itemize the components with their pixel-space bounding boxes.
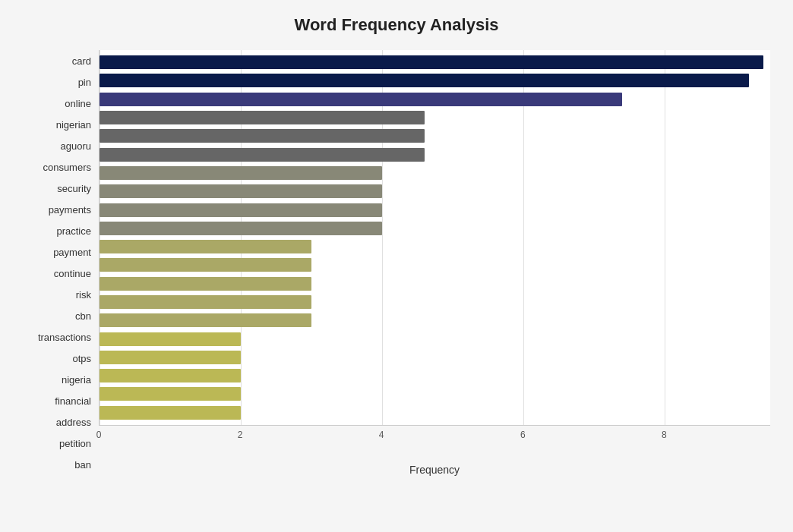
- chart-container: Word Frequency Analysis cardpinonlinenig…: [0, 0, 793, 532]
- x-axis: 02468: [99, 426, 770, 449]
- bar: [100, 166, 382, 180]
- bar-row: [100, 331, 770, 348]
- y-label: nigerian: [56, 115, 91, 134]
- y-label: petition: [59, 434, 91, 454]
- bar: [100, 148, 425, 162]
- bars-wrapper: [100, 50, 770, 425]
- bar: [100, 55, 763, 69]
- y-label: financial: [55, 392, 91, 411]
- y-label: ban: [74, 455, 91, 475]
- bar: [100, 74, 749, 87]
- bars-area: [99, 50, 770, 426]
- y-label: address: [56, 413, 91, 433]
- y-label: card: [72, 51, 91, 71]
- bar-row: [100, 294, 770, 310]
- bar: [100, 313, 311, 327]
- bar-row: [100, 405, 770, 421]
- bar: [100, 222, 382, 235]
- bar: [100, 406, 241, 420]
- bar-row: [100, 275, 770, 292]
- bar-row: [100, 183, 770, 200]
- x-tick: 8: [662, 430, 667, 440]
- bar: [100, 369, 241, 382]
- x-tick: 4: [379, 430, 384, 440]
- bar-row: [100, 367, 770, 384]
- bar-row: [100, 91, 770, 108]
- x-tick: 0: [96, 430, 102, 440]
- bar: [100, 387, 241, 401]
- y-label: transactions: [38, 328, 91, 348]
- bar-row: [100, 312, 770, 329]
- y-label: online: [65, 93, 91, 113]
- bar: [100, 203, 382, 217]
- bar-row: [100, 165, 770, 181]
- bar-row: [100, 202, 770, 219]
- bar-row: [100, 72, 770, 89]
- y-label: otps: [72, 349, 91, 369]
- y-label: payments: [49, 200, 91, 219]
- y-label: payment: [53, 242, 91, 262]
- bar: [100, 240, 311, 253]
- bar: [100, 184, 382, 198]
- bar: [100, 111, 425, 124]
- bar: [100, 258, 311, 272]
- bar: [100, 129, 425, 143]
- bar: [100, 332, 241, 346]
- y-label: continue: [54, 263, 91, 283]
- bar: [100, 351, 241, 364]
- x-tick: 2: [238, 430, 243, 440]
- bar-row: [100, 127, 770, 144]
- bar: [100, 295, 311, 309]
- y-label: practice: [56, 221, 91, 241]
- bar-row: [100, 54, 770, 71]
- bar: [100, 93, 622, 106]
- y-label: pin: [78, 72, 91, 92]
- bar-row: [100, 386, 770, 402]
- y-label: aguoru: [61, 136, 91, 156]
- bar-row: [100, 220, 770, 237]
- bars-and-xaxis: 02468 Frequency: [99, 50, 770, 476]
- chart-area: cardpinonlinenigerianaguoruconsumerssecu…: [23, 50, 770, 476]
- y-label: consumers: [43, 157, 91, 177]
- bar-row: [100, 349, 770, 366]
- y-axis-labels: cardpinonlinenigerianaguoruconsumerssecu…: [23, 50, 99, 476]
- bar-row: [100, 109, 770, 126]
- y-label: nigeria: [62, 370, 91, 390]
- bar-row: [100, 257, 770, 273]
- x-tick: 6: [520, 430, 526, 440]
- y-label: cbn: [75, 307, 91, 326]
- bar-row: [100, 146, 770, 163]
- x-axis-label: Frequency: [99, 464, 770, 476]
- bar-row: [100, 238, 770, 255]
- bar: [100, 277, 311, 291]
- y-label: risk: [76, 285, 91, 305]
- y-label: security: [57, 178, 91, 198]
- chart-title: Word Frequency Analysis: [23, 15, 770, 35]
